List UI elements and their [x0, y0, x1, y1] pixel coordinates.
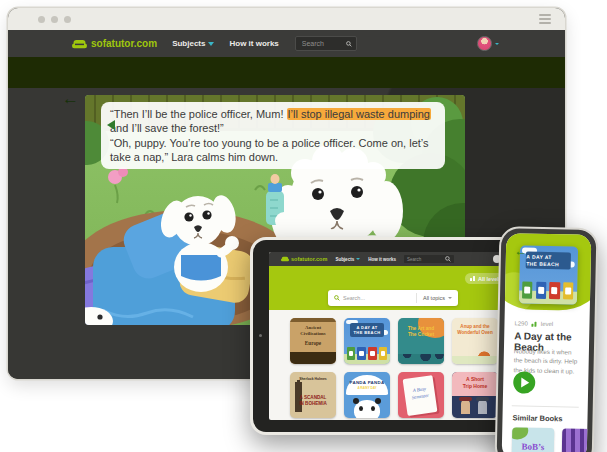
book-title-line: Trip Home	[452, 383, 498, 390]
story-text-bubble: “Then I’ll be the police officer, Mum! I…	[101, 102, 445, 169]
book-cover-art-and-cricket[interactable]: The Art and The Cricket	[398, 318, 444, 364]
panda-art	[354, 400, 379, 418]
nav-how-it-works[interactable]: How it works	[229, 39, 278, 48]
search-icon	[346, 41, 352, 47]
site-navbar: sofatutor.com Subjects How it works	[8, 30, 565, 57]
level-badge: L290 level	[514, 320, 553, 327]
caret-down-icon	[208, 42, 214, 46]
similar-books-row: BoB’s	[512, 427, 592, 452]
book-title-line: in Bohemia	[290, 401, 336, 407]
book-title-line: The Cricket	[398, 332, 444, 338]
figure-art	[461, 400, 470, 414]
logo-text: sofatutor.com	[291, 256, 327, 262]
recycling-bins-art	[522, 281, 573, 299]
notebook-art: A Busy Semester	[403, 375, 438, 416]
book-cover-busy-semester[interactable]: A Busy Semester	[398, 372, 444, 418]
window-dot[interactable]	[51, 16, 58, 23]
nav-subjects[interactable]: Subjects	[335, 257, 360, 262]
book-title-line: PANDA PANDA	[346, 380, 388, 385]
search-icon	[445, 256, 451, 262]
tablet-camera	[259, 334, 262, 337]
nav-how-it-works-label: How it works	[229, 39, 278, 48]
book-cover-ancient-civilisations[interactable]: Ancient Civilisations Europe	[290, 318, 336, 364]
book-title-plaque: A DAY AT THE BEACH	[526, 251, 570, 269]
book-title-plaque: A DAY AT THE BEACH	[350, 323, 385, 338]
caret-down-icon	[356, 258, 360, 260]
bar-chart-icon	[532, 321, 537, 326]
navbar-search-input[interactable]	[300, 39, 346, 48]
book-title-line: THE BEACH	[526, 260, 570, 268]
similar-book-purple[interactable]	[562, 428, 592, 452]
nav-how-it-works[interactable]: How it works	[368, 257, 396, 262]
book-title-line: A Short	[452, 376, 498, 383]
sofa-icon	[281, 256, 289, 262]
logo-text: sofatutor.com	[91, 38, 157, 49]
back-button[interactable]: ←	[62, 90, 79, 108]
story-paragraph-1: “Then I’ll be the police officer, Mum! I…	[110, 107, 436, 136]
book-cover-scandal-in-bohemia[interactable]: Sherlock Holmes A Scandal in Bohemia	[290, 372, 336, 418]
book-cover-day-at-beach[interactable]: A DAY AT THE BEACH	[344, 318, 390, 364]
back-button[interactable]: ←	[514, 243, 527, 258]
nav-subjects-label: Subjects	[335, 257, 354, 262]
level-code: L290	[514, 320, 527, 326]
story-text: and I’ll save the forest!”	[110, 122, 224, 134]
phone-mockup: ← A DAY AT THE BEACH L290 level A Day at…	[494, 226, 598, 452]
book-title-line: Europe	[290, 340, 336, 346]
story-paragraph-2: “Oh, puppy. You’re too young to be a pol…	[110, 136, 436, 165]
book-title-line: BoB’s	[512, 441, 554, 452]
divider	[512, 405, 579, 407]
nav-how-it-works-label: How it works	[368, 257, 396, 262]
search-placeholder: Search...	[343, 295, 365, 301]
caret-down-icon	[495, 43, 499, 45]
book-title-line: THE BEACH	[350, 330, 385, 335]
window-dot[interactable]	[64, 16, 71, 23]
search-icon	[334, 295, 340, 301]
window-controls	[38, 16, 71, 23]
umbrella-art: PANDA PANDA A RAINY DAY	[346, 375, 388, 395]
book-title-line: Sherlock Holmes	[290, 377, 336, 381]
window-dot[interactable]	[38, 16, 45, 23]
topics-label: All topics	[423, 295, 445, 301]
nav-subjects-label: Subjects	[172, 39, 205, 48]
book-title-plaque: A Short Trip Home	[452, 372, 498, 396]
tablet-search-bar[interactable]: Search... All topics	[328, 290, 458, 306]
story-text: “Then I’ll be the police officer, Mum!	[110, 108, 287, 120]
level-label: level	[541, 321, 553, 327]
browser-titlebar	[8, 8, 565, 30]
book-cover-wonderful-oven[interactable]: Anup and the Wonderful Oven	[452, 318, 498, 364]
book-grid: Ancient Civilisations Europe A DAY AT TH…	[290, 318, 498, 418]
play-icon	[521, 377, 529, 387]
bar-chart-icon	[470, 276, 475, 281]
caret-down-icon	[448, 297, 452, 299]
book-cover-panda-panda[interactable]: PANDA PANDA A RAINY DAY	[344, 372, 390, 418]
highlighted-phrase: I’ll stop illegal waste dumping	[287, 108, 431, 120]
navbar-search[interactable]	[295, 36, 357, 51]
figure-art	[478, 400, 487, 414]
sofatutor-logo[interactable]: sofatutor.com	[72, 38, 157, 49]
stage: sofatutor.com Subjects How it works	[0, 0, 607, 452]
navbar-search[interactable]: Search	[404, 255, 454, 263]
hamburger-menu-icon[interactable]	[539, 14, 551, 24]
search-placeholder: Search	[407, 257, 421, 262]
book-cover-short-trip-home[interactable]: A Short Trip Home	[452, 372, 498, 418]
play-button[interactable]	[513, 371, 535, 393]
similar-books-heading: Similar Books	[512, 413, 562, 423]
avatar-image	[477, 36, 492, 51]
book-cover-day-at-beach: A DAY AT THE BEACH	[518, 245, 577, 304]
topics-dropdown[interactable]: All topics	[416, 293, 452, 303]
similar-book-bobs[interactable]: BoB’s	[512, 427, 555, 452]
book-title-line: A RAINY DAY	[346, 386, 388, 390]
user-avatar[interactable]	[477, 36, 499, 51]
play-triangle-icon[interactable]	[107, 120, 115, 130]
sofatutor-logo[interactable]: sofatutor.com	[281, 256, 327, 262]
sofa-icon	[72, 39, 87, 49]
recycling-bins-art	[347, 347, 388, 361]
nav-subjects[interactable]: Subjects	[172, 39, 214, 48]
book-title-line: Wonderful Oven	[452, 330, 498, 336]
phone-screen: ← A DAY AT THE BEACH L290 level A Day at…	[502, 233, 592, 452]
page-header-band	[8, 57, 565, 88]
book-title-line: Civilisations	[290, 331, 336, 337]
